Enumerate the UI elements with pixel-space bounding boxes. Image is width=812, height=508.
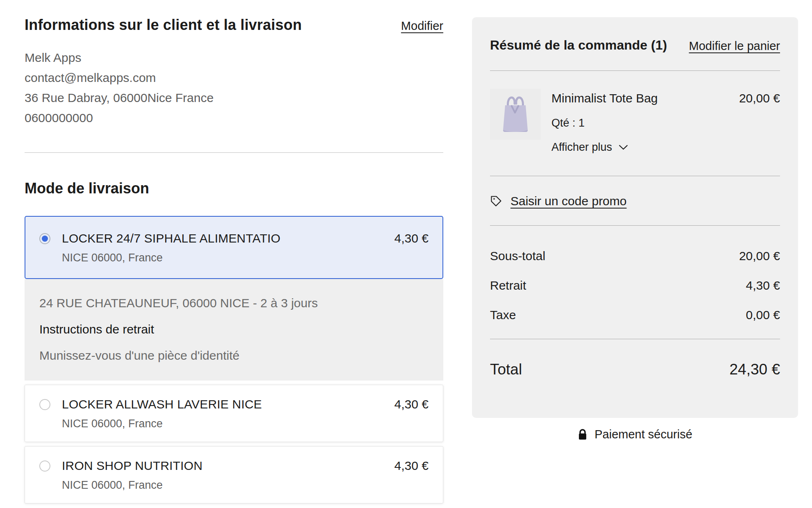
radio-unselected-icon[interactable] — [39, 460, 50, 472]
shipping-label: Retrait — [490, 278, 526, 293]
pickup-instructions-label: Instructions de retrait — [39, 322, 429, 336]
delivery-option-selected[interactable]: LOCKER 24/7 SIPHALE ALIMENTATIO 4,30 € N… — [25, 216, 443, 279]
delivery-option-row: IRON SHOP NUTRITION 4,30 € — [39, 459, 429, 473]
summary-title: Résumé de la commande (1) — [490, 34, 683, 56]
edit-cart-link[interactable]: Modifier le panier — [689, 39, 780, 53]
tote-bag-image — [490, 89, 541, 140]
delivery-option-row: LOCKER 24/7 SIPHALE ALIMENTATIO 4,30 € — [39, 231, 429, 245]
secure-payment-label: Paiement sécurisé — [594, 428, 692, 441]
chevron-down-icon — [619, 145, 628, 150]
checkout-main-column: Informations sur le client et la livrais… — [25, 16, 443, 503]
summary-divider — [490, 225, 780, 226]
subtotal-value: 20,00 € — [739, 249, 780, 263]
lock-icon — [578, 429, 587, 440]
show-more-label: Afficher plus — [551, 141, 612, 154]
summary-header: Résumé de la commande (1) Modifier le pa… — [490, 34, 780, 56]
delivery-option-name: LOCKER ALLWASH LAVERIE NICE — [62, 397, 262, 411]
pickup-address: 24 RUE CHATEAUNEUF, 06000 NICE - 2 à 3 j… — [39, 296, 429, 310]
tax-label: Taxe — [490, 308, 516, 322]
delivery-option-name: IRON SHOP NUTRITION — [62, 459, 202, 473]
pickup-details: 24 RUE CHATEAUNEUF, 06000 NICE - 2 à 3 j… — [25, 279, 443, 381]
subtotal-label: Sous-total — [490, 249, 545, 263]
customer-section-header: Informations sur le client et la livrais… — [25, 16, 443, 34]
edit-customer-link[interactable]: Modifier — [401, 19, 443, 33]
delivery-option[interactable]: LOCKER ALLWASH LAVERIE NICE 4,30 € NICE … — [25, 385, 443, 442]
cart-item: Minimalist Tote Bag 20,00 € Qté : 1 Affi… — [490, 89, 780, 154]
customer-address: 36 Rue Dabray, 06000Nice France — [25, 88, 443, 108]
product-info: Minimalist Tote Bag 20,00 € Qté : 1 Affi… — [551, 89, 780, 154]
customer-phone: 0600000000 — [25, 108, 443, 128]
total-label: Total — [490, 361, 522, 379]
shipping-value: 4,30 € — [746, 278, 780, 293]
tag-icon — [490, 195, 502, 207]
tax-row: Taxe 0,00 € — [490, 308, 780, 322]
customer-name: Melk Apps — [25, 48, 443, 68]
show-more-toggle[interactable]: Afficher plus — [551, 141, 628, 154]
product-name: Minimalist Tote Bag — [551, 91, 658, 105]
delivery-option-location: NICE 06000, France — [62, 252, 429, 264]
product-image — [490, 89, 541, 140]
promo-code-link[interactable]: Saisir un code promo — [510, 194, 626, 208]
tax-value: 0,00 € — [746, 308, 780, 322]
delivery-option-price: 4,30 € — [395, 459, 429, 473]
order-summary-panel: Résumé de la commande (1) Modifier le pa… — [472, 17, 798, 418]
checkout-page: Informations sur le client et la livrais… — [0, 0, 812, 508]
pickup-instructions-text: Munissez-vous d'une pièce d'identité — [39, 349, 429, 363]
customer-section-title: Informations sur le client et la livrais… — [25, 16, 302, 34]
product-quantity: Qté : 1 — [551, 117, 780, 129]
delivery-section-title: Mode de livraison — [25, 180, 443, 197]
secure-payment-note: Paiement sécurisé — [472, 428, 798, 441]
shipping-row: Retrait 4,30 € — [490, 278, 780, 293]
delivery-option-name: LOCKER 24/7 SIPHALE ALIMENTATIO — [62, 231, 281, 245]
product-title-row: Minimalist Tote Bag 20,00 € — [551, 91, 780, 105]
delivery-option-row: LOCKER ALLWASH LAVERIE NICE 4,30 € — [39, 397, 429, 411]
delivery-options-list: LOCKER 24/7 SIPHALE ALIMENTATIO 4,30 € N… — [25, 216, 443, 503]
radio-unselected-icon[interactable] — [39, 399, 50, 410]
product-price: 20,00 € — [739, 91, 780, 105]
summary-divider — [490, 176, 780, 176]
radio-selected-icon[interactable] — [39, 233, 50, 244]
delivery-option-price: 4,30 € — [395, 397, 429, 411]
promo-code-row[interactable]: Saisir un code promo — [490, 194, 780, 208]
customer-info: Melk Apps contact@melkapps.com 36 Rue Da… — [25, 48, 443, 128]
delivery-option-location: NICE 06000, France — [62, 479, 429, 492]
total-value: 24,30 € — [730, 361, 780, 379]
total-row: Total 24,30 € — [490, 361, 780, 379]
customer-email: contact@melkapps.com — [25, 68, 443, 88]
delivery-option-price: 4,30 € — [395, 231, 429, 245]
section-divider — [25, 152, 443, 153]
delivery-option-location: NICE 06000, France — [62, 417, 429, 430]
summary-divider — [490, 339, 780, 339]
subtotal-row: Sous-total 20,00 € — [490, 249, 780, 263]
delivery-option[interactable]: IRON SHOP NUTRITION 4,30 € NICE 06000, F… — [25, 446, 443, 503]
summary-divider — [490, 70, 780, 71]
